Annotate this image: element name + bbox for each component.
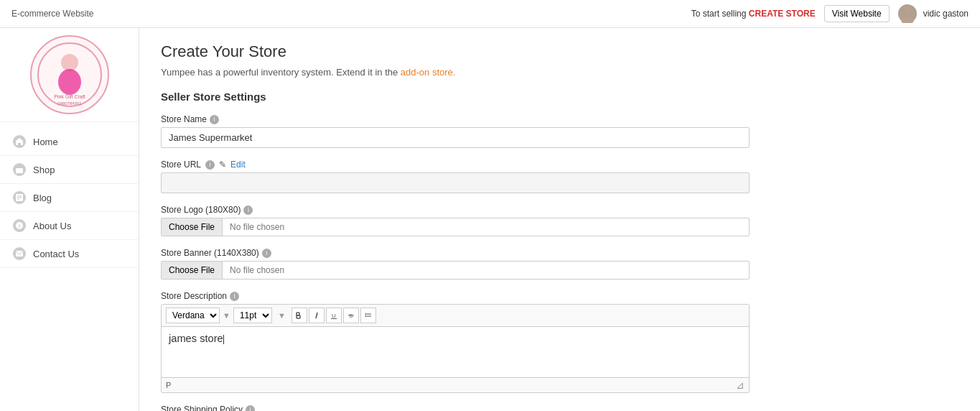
store-description-info-icon[interactable]: i (230, 292, 239, 301)
store-logo-file-input: Choose File No file chosen (161, 218, 750, 236)
svg-point-4 (58, 69, 81, 95)
description-status-bar: P ⊿ (162, 377, 749, 392)
store-logo-info-icon[interactable]: i (243, 206, 253, 215)
description-strikethrough-button[interactable]: S (343, 308, 359, 323)
sidebar-item-contact[interactable]: Contact Us (0, 240, 139, 268)
contact-icon (13, 247, 26, 260)
store-shipping-policy-label: Store Shipping Policy i (161, 405, 958, 411)
svg-point-3 (61, 54, 78, 71)
store-banner-info-icon[interactable]: i (262, 249, 271, 258)
about-icon: i (13, 219, 26, 232)
sidebar: Pink Gift Craft 0460784051 Home Shop (0, 28, 139, 411)
store-url-label-row: Store URL i ✎ Edit (161, 160, 958, 170)
sidebar-navigation: Home Shop Blog i About Us (0, 122, 139, 268)
text-cursor (223, 335, 224, 344)
editor-resize-handle[interactable]: ⊿ (736, 379, 745, 391)
svg-rect-14 (16, 251, 23, 257)
description-editor-toolbar: Verdana ▼ 11pt ▼ U (162, 305, 749, 327)
svg-rect-16 (297, 315, 300, 318)
store-banner-group: Store Banner (1140X380) i Choose File No… (161, 248, 958, 280)
top-header: E-commerce Website To start selling CREA… (0, 0, 980, 28)
store-url-info-icon[interactable]: i (205, 160, 215, 170)
description-list-button[interactable] (360, 308, 376, 323)
sidebar-item-shop[interactable]: Shop (0, 156, 139, 184)
store-logo-choose-file-button[interactable]: Choose File (162, 218, 223, 236)
description-underline-button[interactable]: U (326, 308, 342, 323)
svg-point-24 (365, 313, 366, 315)
sidebar-item-home[interactable]: Home (0, 128, 139, 156)
logo-circle: Pink Gift Craft 0460784051 (30, 35, 109, 114)
sidebar-logo: Pink Gift Craft 0460784051 (0, 28, 139, 122)
store-description-group: Store Description i Verdana ▼ 11pt ▼ (161, 291, 958, 393)
store-name-input[interactable] (161, 127, 750, 148)
store-name-label: Store Name i (161, 114, 958, 124)
sidebar-item-about[interactable]: i About Us (0, 212, 139, 240)
avatar (898, 4, 917, 23)
store-shipping-policy-group: Store Shipping Policy i Verdana ▼ 11pt ▼ (161, 405, 958, 411)
user-name-label: vidic gaston (923, 9, 969, 19)
shop-icon (13, 163, 26, 176)
main-layout: Pink Gift Craft 0460784051 Home Shop (0, 28, 980, 411)
main-content: Create Your Store Yumpee has a powerful … (139, 28, 980, 411)
store-name-info-icon[interactable]: i (210, 115, 219, 124)
sidebar-home-label: Home (33, 137, 58, 147)
svg-line-17 (316, 313, 317, 318)
svg-point-25 (365, 315, 366, 317)
svg-text:U: U (332, 313, 336, 319)
description-bold-button[interactable] (291, 308, 307, 323)
store-logo-label: Store Logo (180X80) i (161, 205, 958, 215)
sidebar-item-blog[interactable]: Blog (0, 184, 139, 212)
store-url-edit-link[interactable]: Edit (230, 160, 246, 170)
store-banner-choose-file-button[interactable]: Choose File (162, 262, 223, 279)
description-italic-button[interactable] (309, 308, 325, 323)
addon-store-link[interactable]: add-on store. (401, 67, 456, 78)
subtitle-text: Yumpee has a powerful inventory system. … (161, 67, 401, 78)
store-logo-file-name: No file chosen (223, 218, 291, 236)
store-description-editor: Verdana ▼ 11pt ▼ U (161, 304, 750, 393)
home-icon (13, 135, 26, 148)
sidebar-contact-label: Contact Us (33, 249, 79, 259)
description-status-tag: P (166, 381, 171, 389)
svg-text:Pink Gift Craft: Pink Gift Craft (54, 94, 85, 99)
store-banner-file-input: Choose File No file chosen (161, 261, 750, 280)
user-info: vidic gaston (898, 4, 969, 23)
description-font-select[interactable]: Verdana (166, 308, 220, 323)
create-store-link[interactable]: CREATE STORE (749, 9, 816, 19)
sidebar-blog-label: Blog (33, 193, 52, 203)
breadcrumb-text: E-commerce Website (11, 9, 93, 19)
section-title: Seller Store Settings (161, 91, 958, 103)
description-content: james store (169, 333, 223, 344)
store-banner-file-name: No file chosen (223, 262, 291, 279)
store-shipping-info-icon[interactable]: i (246, 405, 255, 412)
store-url-group: Store URL i ✎ Edit (161, 160, 958, 193)
store-description-label: Store Description i (161, 291, 958, 301)
store-name-group: Store Name i (161, 114, 958, 148)
header-actions: To start selling CREATE STORE Visit Webs… (691, 4, 969, 23)
svg-text:0460784051: 0460784051 (57, 101, 82, 106)
page-title: Create Your Store (161, 42, 958, 61)
visit-website-button[interactable]: Visit Website (824, 5, 890, 22)
description-size-select[interactable]: 11pt (233, 308, 272, 323)
sidebar-about-label: About Us (33, 221, 71, 231)
store-banner-label: Store Banner (1140X380) i (161, 248, 958, 258)
breadcrumb: E-commerce Website (11, 9, 93, 19)
svg-rect-7 (16, 168, 23, 173)
sidebar-shop-label: Shop (33, 165, 55, 175)
svg-point-0 (904, 7, 911, 14)
page-subtitle: Yumpee has a powerful inventory system. … (161, 67, 958, 78)
blog-icon (13, 191, 26, 204)
svg-point-1 (901, 16, 914, 23)
store-logo-group: Store Logo (180X80) i Choose File No fil… (161, 205, 958, 236)
store-description-textarea[interactable]: james store (162, 327, 749, 377)
store-url-input[interactable] (161, 172, 750, 193)
create-store-prompt-text: To start selling CREATE STORE (691, 9, 816, 19)
